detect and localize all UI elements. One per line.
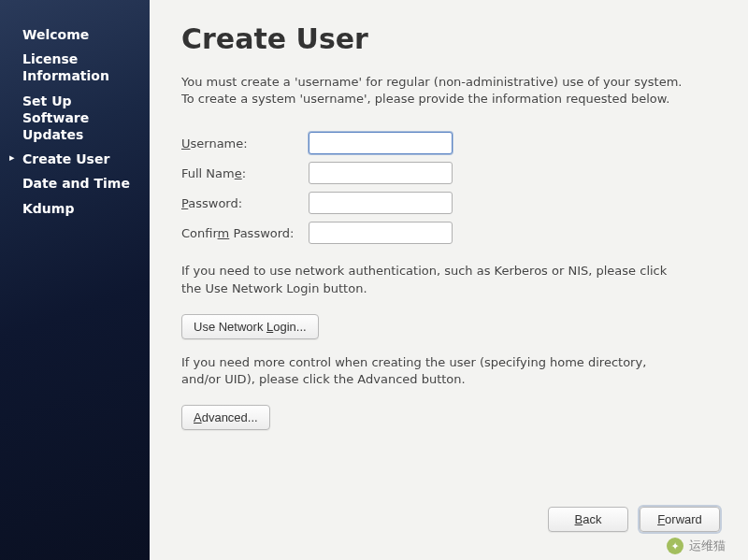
sidebar-item-create-user[interactable]: ▸ Create User	[0, 147, 150, 171]
sidebar-item-date-time[interactable]: Date and Time	[0, 171, 150, 195]
use-network-login-button[interactable]: Use Network Login...	[181, 314, 319, 339]
fullname-input[interactable]	[309, 162, 453, 184]
password-label: Password:	[181, 188, 309, 218]
watermark-text: 运维猫	[689, 538, 726, 554]
sidebar-item-label: Create User	[22, 151, 109, 167]
sidebar-item-welcome[interactable]: Welcome	[0, 22, 150, 47]
network-login-info: If you need to use network authenticatio…	[181, 263, 686, 296]
form-row-confirm: Confirm Password:	[181, 218, 720, 248]
password-input[interactable]	[309, 192, 453, 214]
watermark: ✦ 运维猫	[667, 538, 726, 554]
username-label: Username:	[181, 128, 309, 158]
nav-button-row: Back Forward	[548, 507, 720, 532]
sidebar-item-label: Date and Time	[22, 175, 130, 192]
forward-button[interactable]: Forward	[640, 507, 720, 532]
sidebar: Welcome License Information Set Up Softw…	[0, 0, 150, 560]
username-input[interactable]	[309, 132, 453, 154]
advanced-button[interactable]: Advanced...	[181, 405, 270, 430]
fullname-label: Full Name:	[181, 158, 309, 188]
confirm-label: Confirm Password:	[181, 218, 309, 248]
sidebar-item-license[interactable]: License Information	[0, 47, 150, 88]
sidebar-item-label: License Information	[22, 50, 140, 84]
sidebar-item-updates[interactable]: Set Up Software Updates	[0, 89, 150, 148]
sidebar-item-kdump[interactable]: Kdump	[0, 196, 150, 221]
sidebar-item-label: Welcome	[22, 26, 89, 43]
sidebar-item-label: Kdump	[22, 200, 74, 217]
main-panel: Create User You must create a 'username'…	[150, 0, 748, 560]
confirm-password-input[interactable]	[309, 222, 453, 244]
setup-window: Welcome License Information Set Up Softw…	[0, 0, 748, 560]
intro-text: You must create a 'username' for regular…	[181, 74, 686, 108]
page-title: Create User	[181, 22, 720, 55]
form-row-fullname: Full Name:	[181, 158, 720, 188]
form-row-password: Password:	[181, 188, 720, 218]
sidebar-item-label: Set Up Software Updates	[22, 93, 140, 144]
watermark-icon: ✦	[667, 538, 683, 554]
step-marker-current-icon: ▸	[9, 151, 19, 165]
back-button[interactable]: Back	[548, 507, 628, 532]
form-row-username: Username:	[181, 128, 720, 158]
advanced-info: If you need more control when creating t…	[181, 354, 686, 388]
user-form: Username: Full Name: Password:	[181, 128, 720, 248]
